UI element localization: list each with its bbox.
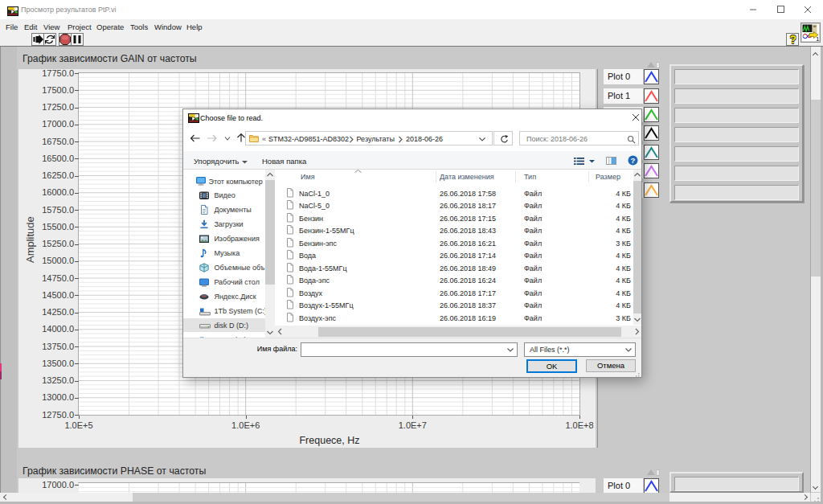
svg-text:1: 1 <box>816 35 820 43</box>
svg-text:?: ? <box>631 156 636 165</box>
